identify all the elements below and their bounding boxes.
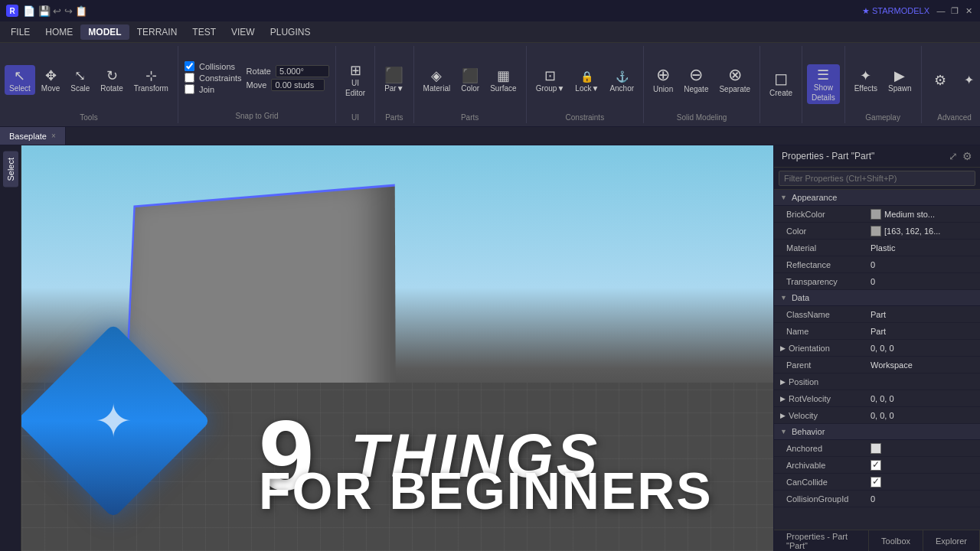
material-button[interactable]: Material — [419, 65, 456, 95]
cancollide-key: CanCollide — [774, 475, 866, 489]
ui-editor-button[interactable]: UI Editor — [341, 60, 370, 99]
rotate-snap-input[interactable] — [276, 65, 329, 77]
data-label: Data — [792, 293, 809, 302]
separate-button[interactable]: Separate — [714, 64, 755, 96]
rotate-icon — [106, 67, 118, 83]
menu-home[interactable]: HOME — [38, 24, 80, 40]
name-val[interactable]: Part — [866, 324, 980, 338]
rotvelocity-expandable[interactable]: ▶ RotVelocity — [774, 392, 866, 406]
join-checkbox[interactable] — [185, 84, 194, 94]
viewport[interactable]: 9 THINGS FOR BEGINNERS — [21, 145, 773, 551]
anchored-key: Anchored — [774, 442, 866, 455]
brick-color-val[interactable]: Medium sto... — [866, 207, 980, 222]
advanced-button[interactable] — [926, 70, 954, 90]
rotvelocity-row: ▶ RotVelocity 0, 0, 0 — [774, 390, 980, 407]
surface-button[interactable]: Surface — [485, 65, 521, 95]
cancollide-val[interactable] — [866, 474, 980, 490]
show-details-button[interactable]: Show Details — [807, 64, 840, 104]
panel-icons[interactable]: ⤢ ⚙ — [949, 150, 972, 162]
material-icon — [431, 67, 442, 83]
rotate-snap-row: Rotate — [247, 65, 329, 77]
constraints-buttons: Group▼ Lock▼ Anchor — [531, 47, 639, 112]
menu-file[interactable]: FILE — [3, 24, 38, 40]
advanced-button2[interactable]: ✦ — [956, 70, 980, 90]
menu-plugins[interactable]: PLUGINS — [263, 24, 318, 40]
footer-tab-explorer[interactable]: Explorer — [923, 530, 980, 551]
part-button[interactable]: ⬛ Par▼ — [380, 65, 408, 95]
color-button[interactable]: Color — [456, 65, 484, 95]
menu-test[interactable]: TEST — [185, 24, 224, 40]
spawn-button[interactable]: Spawn — [884, 65, 916, 95]
tools-section: Select Move Scale Rotate Transform Tools — [0, 46, 178, 123]
position-val[interactable] — [866, 380, 980, 384]
scale-icon — [74, 67, 86, 83]
properties-header: Properties - Part "Part" ⤢ ⚙ — [774, 145, 980, 168]
expand-icon[interactable]: ⤢ — [949, 150, 958, 162]
baseplate-tab[interactable]: Baseplate × — [0, 127, 66, 145]
footer-tab-properties[interactable]: Properties - Part "Part" — [774, 530, 869, 551]
transform-tool-button[interactable]: Transform — [129, 65, 173, 95]
move-tool-button[interactable]: Move — [37, 65, 64, 95]
footer-tab-toolbox[interactable]: Toolbox — [869, 530, 923, 551]
move-snap-input[interactable] — [271, 79, 325, 91]
cancollide-checkbox[interactable] — [871, 477, 881, 487]
material-val[interactable]: Plastic — [866, 241, 980, 255]
reflectance-row: Reflectance 0 — [774, 256, 980, 273]
join-checkbox-row[interactable]: Join — [185, 84, 242, 94]
anchored-val[interactable] — [866, 441, 980, 456]
position-expandable[interactable]: ▶ Position — [774, 375, 866, 389]
rotvelocity-val[interactable]: 0, 0, 0 — [866, 392, 980, 406]
titlebar-file-icons: 📄 💾 ↩ ↪ 📋 — [23, 5, 87, 17]
color-swatch — [871, 226, 881, 236]
orientation-expandable[interactable]: ▶ Orientation — [774, 341, 866, 355]
tool-buttons: Select Move Scale Rotate Transform — [5, 47, 173, 112]
classname-val[interactable]: Part — [866, 308, 980, 321]
anchored-checkbox[interactable] — [871, 443, 881, 454]
properties-title: Properties - Part "Part" — [782, 151, 874, 161]
collisions-checkbox-row[interactable]: Collisions — [185, 61, 242, 71]
orientation-val[interactable]: 0, 0, 0 — [866, 341, 980, 355]
velocity-expandable[interactable]: ▶ Velocity — [774, 409, 866, 422]
anchor-button[interactable]: Anchor — [605, 65, 639, 95]
select-left-button[interactable]: Select — [3, 152, 18, 187]
collisions-label: Collisions — [199, 62, 235, 71]
group-button[interactable]: Group▼ — [531, 65, 570, 95]
window-controls[interactable]: — ❐ ✕ — [936, 5, 974, 16]
behavior-section-header[interactable]: ▼ Behavior — [774, 424, 980, 440]
transparency-val[interactable]: 0 — [866, 275, 980, 289]
tab-close-button[interactable]: × — [51, 132, 56, 140]
effects-button[interactable]: Effects — [850, 65, 882, 95]
menu-terrain[interactable]: TERRAIN — [129, 24, 185, 40]
parent-row: Parent Workspace — [774, 357, 980, 373]
minimize-button[interactable]: — — [936, 5, 946, 16]
color-val[interactable]: [163, 162, 16... — [866, 223, 980, 239]
archivable-checkbox[interactable] — [871, 460, 881, 471]
velocity-chevron: ▶ — [780, 412, 786, 419]
close-button[interactable]: ✕ — [963, 5, 974, 16]
reflectance-val[interactable]: 0 — [866, 258, 980, 272]
constraints-checkbox[interactable] — [185, 73, 194, 83]
constraints-checkbox-row[interactable]: Constraints — [185, 73, 242, 83]
create-button[interactable]: Create — [765, 68, 797, 99]
velocity-val[interactable]: 0, 0, 0 — [866, 409, 980, 422]
orientation-row: ▶ Orientation 0, 0, 0 — [774, 340, 980, 357]
scale-tool-button[interactable]: Scale — [66, 65, 94, 95]
filter-input[interactable] — [779, 171, 975, 186]
star-icon: ✦ — [964, 73, 974, 87]
settings-icon[interactable]: ⚙ — [962, 150, 972, 162]
select-tool-button[interactable]: Select — [5, 65, 35, 95]
archivable-val[interactable] — [866, 458, 980, 473]
data-section-header[interactable]: ▼ Data — [774, 290, 980, 306]
menu-view[interactable]: VIEW — [224, 24, 263, 40]
rotate-tool-button[interactable]: Rotate — [96, 65, 127, 95]
collisiongroupid-val[interactable]: 0 — [866, 492, 980, 506]
move-icon — [45, 67, 57, 83]
menu-model[interactable]: MODEL — [80, 24, 129, 40]
lock-button[interactable]: Lock▼ — [570, 65, 603, 95]
union-button[interactable]: Union — [648, 64, 678, 96]
parent-val[interactable]: Workspace — [866, 358, 980, 372]
appearance-section-header[interactable]: ▼ Appearance — [774, 190, 980, 206]
maximize-button[interactable]: ❐ — [949, 5, 960, 16]
negate-button[interactable]: Negate — [679, 64, 713, 96]
collisions-checkbox[interactable] — [185, 61, 194, 71]
